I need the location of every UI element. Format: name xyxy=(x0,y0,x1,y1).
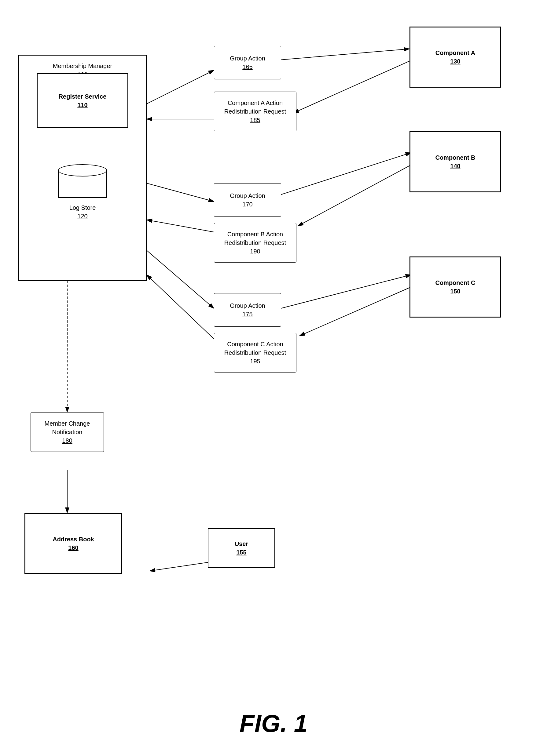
log-store-cylinder xyxy=(58,164,107,201)
register-service-label: Register Service xyxy=(59,92,107,101)
figure-label: FIG. 1 xyxy=(0,710,547,738)
svg-line-15 xyxy=(300,287,411,336)
group-action-165-box: Group Action 165 xyxy=(214,46,281,79)
group-action-170-label: Group Action xyxy=(230,191,265,200)
svg-line-14 xyxy=(269,275,411,311)
component-b-label: Component B xyxy=(435,153,475,162)
membership-manager-label: Membership Manager xyxy=(19,62,146,70)
log-store-container: Log Store 120 xyxy=(49,162,116,223)
svg-line-12 xyxy=(147,250,214,308)
register-service-box: Register Service 110 xyxy=(37,73,128,128)
component-c-action-box: Component C ActionRedistribution Request… xyxy=(214,333,297,373)
component-b-action-box: Component B ActionRedistribution Request… xyxy=(214,223,297,263)
user-label: User xyxy=(235,540,248,548)
component-a-action-number: 185 xyxy=(250,116,260,124)
group-action-170-box: Group Action 170 xyxy=(214,183,281,217)
group-action-175-label: Group Action xyxy=(230,301,265,310)
member-change-label: Member ChangeNotification xyxy=(45,419,90,436)
component-a-label: Component A xyxy=(436,49,475,57)
log-store-number: 120 xyxy=(69,212,96,220)
log-store-label: Log Store xyxy=(69,203,96,212)
address-book-label: Address Book xyxy=(53,535,94,543)
svg-line-11 xyxy=(298,165,411,226)
svg-line-13 xyxy=(147,275,214,339)
address-book-box: Address Book 160 xyxy=(24,513,122,574)
group-action-175-box: Group Action 175 xyxy=(214,293,281,327)
group-action-175-number: 175 xyxy=(242,310,252,318)
user-number: 155 xyxy=(236,548,246,557)
register-service-number: 110 xyxy=(77,101,87,109)
component-c-number: 150 xyxy=(450,287,460,296)
group-action-170-number: 170 xyxy=(242,200,252,209)
component-b-box: Component B 140 xyxy=(410,131,501,192)
group-action-165-number: 165 xyxy=(242,63,252,71)
component-a-action-box: Component A ActionRedistribution Request… xyxy=(214,92,297,131)
diagram: Membership Manager 100 Register Service … xyxy=(0,0,547,672)
svg-line-8 xyxy=(147,183,214,202)
svg-line-6 xyxy=(266,49,410,61)
component-c-box: Component C 150 xyxy=(410,256,501,318)
component-a-number: 130 xyxy=(450,57,460,66)
component-c-label: Component C xyxy=(435,278,475,287)
figure-title: FIG. 1 xyxy=(239,710,308,737)
svg-line-4 xyxy=(147,70,214,104)
component-b-action-number: 190 xyxy=(250,247,260,256)
component-c-action-number: 195 xyxy=(250,357,260,365)
svg-line-7 xyxy=(294,61,410,113)
component-b-number: 140 xyxy=(450,162,460,170)
component-a-action-label: Component A ActionRedistribution Request xyxy=(224,99,286,116)
member-change-box: Member ChangeNotification 180 xyxy=(31,412,104,452)
address-book-number: 160 xyxy=(68,543,78,552)
component-b-action-label: Component B ActionRedistribution Request xyxy=(224,230,286,247)
component-c-action-label: Component C ActionRedistribution Request xyxy=(224,340,286,357)
svg-line-10 xyxy=(269,153,411,198)
member-change-number: 180 xyxy=(62,436,72,445)
group-action-165-label: Group Action xyxy=(230,54,265,63)
component-a-box: Component A 130 xyxy=(410,27,501,88)
svg-line-9 xyxy=(147,220,214,232)
user-box: User 155 xyxy=(208,528,275,568)
